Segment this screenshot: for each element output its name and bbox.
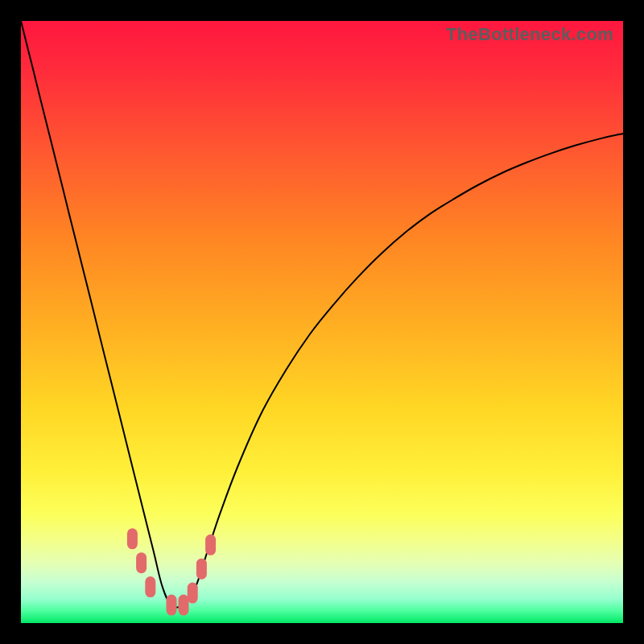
- gradient-plot-area: TheBottleneck.com: [21, 21, 623, 623]
- curve-marker: [196, 559, 207, 580]
- curve-marker: [127, 528, 138, 549]
- curve-marker: [167, 595, 177, 616]
- curve-marker: [145, 576, 155, 597]
- curve-marker: [136, 552, 147, 573]
- watermark-label: TheBottleneck.com: [446, 24, 613, 45]
- curve-marker: [205, 535, 216, 555]
- bottleneck-curve-chart: [21, 21, 623, 623]
- marker-group: [127, 528, 216, 615]
- curve-marker: [179, 595, 189, 616]
- bottleneck-curve: [21, 21, 623, 608]
- curve-marker: [188, 583, 198, 604]
